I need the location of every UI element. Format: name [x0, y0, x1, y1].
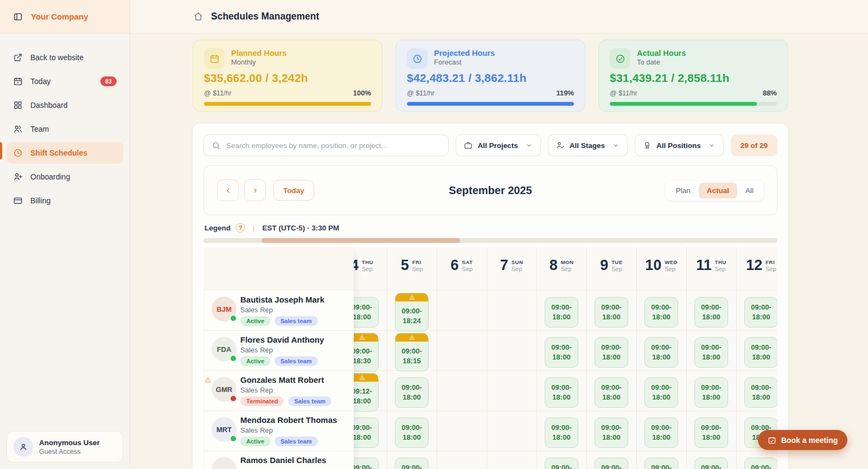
chevron-left-icon	[224, 187, 232, 195]
shift-cell[interactable]: 09:00- 18:00	[694, 337, 728, 368]
shift-time: 09:00- 18:00	[595, 338, 628, 367]
shift-cell[interactable]: 09:00- 18:00	[694, 297, 728, 327]
book-meeting-button[interactable]: Book a meeting	[758, 430, 847, 450]
active-item-indicator	[0, 142, 2, 159]
clock-icon	[407, 48, 427, 69]
shift-cell[interactable]: 09:00- 18:00	[595, 458, 628, 469]
sidebar-item-back-to-website[interactable]: Back to website	[7, 47, 123, 68]
page-header: Schedules Management	[130, 0, 868, 34]
next-button[interactable]	[244, 179, 266, 201]
stat-percent: 100%	[353, 89, 371, 97]
sidebar-nav: Back to websiteToday83DashboardTeamShift…	[0, 34, 130, 425]
shift-cell[interactable]: 09:00- 18:00	[694, 458, 728, 469]
user-card[interactable]: Anonymous User Guest Access	[7, 431, 123, 462]
employee-name: Gonzales Matt Robert	[240, 375, 324, 384]
employee-row[interactable]: Ramos Daniel Charles	[205, 453, 354, 469]
team-badge: Sales team	[275, 436, 317, 446]
shift-cell[interactable]: 09:00- 18:00	[595, 297, 628, 327]
shift-time: 09:00- 18:00	[745, 378, 777, 407]
today-button[interactable]: Today	[273, 180, 314, 201]
sidebar-item-team[interactable]: Team	[7, 118, 123, 140]
day-month: Sep	[412, 266, 423, 272]
view-segment-actual[interactable]: Actual	[699, 183, 737, 198]
day-of-week: SAT	[462, 259, 473, 265]
day-number: 7	[500, 258, 508, 273]
shift-cell[interactable]: 09:00- 18:00	[395, 417, 429, 448]
employee-row[interactable]: FDAFlores David AnthonySales RepActiveSa…	[205, 332, 354, 372]
shift-cell-warning[interactable]: 09:00- 18:15	[395, 333, 429, 371]
briefcase-icon	[464, 141, 473, 150]
user-plus-icon	[13, 172, 23, 182]
sidebar-item-dashboard[interactable]: Dashboard	[7, 94, 123, 116]
shift-cell[interactable]: 09:00- 18:00	[395, 377, 429, 408]
search-input[interactable]	[226, 142, 441, 150]
shift-cell[interactable]: 09:00- 18:00	[744, 337, 777, 368]
shift-cell[interactable]: 09:00- 18:00	[644, 458, 678, 469]
employee-name: Ramos Daniel Charles	[240, 455, 326, 465]
employee-badges: ActiveSales team	[240, 436, 318, 446]
employee-row[interactable]: MRTMendoza Robert ThomasSales RepActiveS…	[205, 413, 354, 453]
sidebar-item-billing[interactable]: Billing	[7, 190, 123, 211]
positions-filter[interactable]: All Positions	[635, 134, 724, 156]
status-badge: Active	[240, 356, 270, 366]
shift-cell[interactable]: 09:00- 18:00	[744, 377, 777, 408]
stat-percent: 88%	[763, 89, 777, 97]
day-header-5: 5FRISep	[401, 258, 423, 273]
shift-time: 09:00- 18:00	[595, 298, 628, 327]
employee-row-divider	[205, 410, 354, 411]
sidebar-item-shift-schedules[interactable]: Shift Schedules	[7, 142, 123, 164]
stats-row: Planned HoursMonthly$35,662.00 / 3,242h@…	[193, 40, 788, 112]
employee-row-divider	[205, 370, 354, 371]
view-segment-plan[interactable]: Plan	[668, 183, 699, 198]
shift-cell[interactable]: 09:00- 18:00	[395, 458, 429, 469]
shift-cell[interactable]: 09:00- 18:00	[545, 458, 578, 469]
shift-cell[interactable]: 09:00- 18:00	[545, 297, 578, 327]
user-name: Anonymous User	[39, 439, 100, 447]
sidebar-item-today[interactable]: Today83	[7, 70, 123, 92]
stages-filter[interactable]: All Stages	[548, 134, 628, 156]
shift-cell[interactable]: 09:00- 18:00	[545, 417, 578, 448]
day-number: 11	[696, 258, 712, 273]
shift-cell[interactable]: 09:00- 18:00	[595, 377, 628, 408]
shift-cell[interactable]: 09:00- 18:00	[744, 297, 777, 327]
scrollbar-thumb[interactable]	[261, 238, 460, 243]
sidebar-item-onboarding[interactable]: Onboarding	[7, 166, 123, 188]
help-icon[interactable]: ?	[235, 223, 245, 233]
shift-cell[interactable]: 09:00- 18:00	[545, 337, 578, 368]
chevron-right-icon	[251, 187, 259, 195]
user-avatar	[14, 437, 33, 457]
shift-cell[interactable]: 09:00- 18:00	[644, 337, 678, 368]
shift-cell[interactable]: 09:00- 18:00	[644, 297, 678, 327]
sidebar-toggle-icon[interactable]	[13, 12, 23, 22]
shift-cell[interactable]: 09:00- 18:00	[644, 377, 678, 408]
avatar: FDA	[212, 337, 237, 362]
shift-cell[interactable]: 09:00- 18:00	[744, 458, 777, 469]
shift-time: 09:00- 18:00	[745, 338, 777, 367]
shift-cell[interactable]: 09:00- 18:00	[595, 337, 628, 368]
employee-row[interactable]: GMRGonzales Matt RobertSales RepTerminat…	[205, 372, 354, 413]
legend-row: Legend ? | EST (UTC-5) · 3:30 PM	[205, 222, 777, 234]
user-icon	[18, 442, 28, 452]
sidebar-header: Your Company	[0, 0, 130, 34]
chevron-down-icon	[525, 142, 533, 149]
day-of-week: MON	[561, 259, 574, 265]
stat-title: Projected Hours	[434, 48, 495, 58]
projects-filter-label: All Projects	[477, 142, 518, 150]
stat-title: Planned Hours	[231, 48, 286, 58]
shift-cell[interactable]: 09:00- 18:00	[545, 377, 578, 408]
shift-cell[interactable]: 09:00- 18:00	[644, 417, 678, 448]
prev-button[interactable]	[217, 179, 239, 201]
schedule-grid: 4THUSep5FRISep6SATSep7SUNSep8MONSep9TUES…	[203, 247, 777, 469]
shift-cell-warning[interactable]: 09:00- 18:24	[395, 293, 429, 331]
employee-badges: ActiveSales team	[240, 316, 318, 326]
stat-title: Actual Hours	[637, 48, 686, 58]
team-badge: Sales team	[275, 356, 317, 366]
chevron-down-icon	[612, 142, 620, 149]
view-segment-all[interactable]: All	[737, 183, 762, 198]
projects-filter[interactable]: All Projects	[456, 134, 540, 156]
employee-row[interactable]: BJMBautista Joseph MarkSales RepActiveSa…	[205, 292, 354, 332]
shift-cell[interactable]: 09:00- 18:00	[595, 417, 628, 448]
shift-cell[interactable]: 09:00- 18:00	[694, 377, 728, 408]
view-toggle: PlanActualAll	[666, 181, 764, 201]
shift-cell[interactable]: 09:00- 18:00	[694, 417, 728, 448]
